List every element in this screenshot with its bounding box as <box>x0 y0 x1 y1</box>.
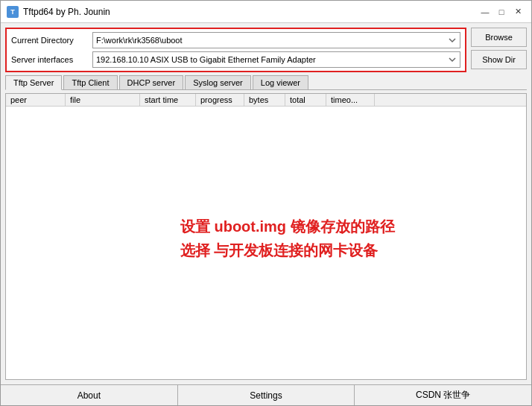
table-area: peer file start time progress bytes tota… <box>5 93 527 380</box>
server-interfaces-select[interactable]: 192.168.10.10 ASIX USB to Gigabit Ethern… <box>92 51 460 68</box>
config-form: Current Directory F:\work\rk\rk3568\uboo… <box>5 28 466 72</box>
col-peer: peer <box>6 94 66 106</box>
col-bytes: bytes <box>244 94 285 106</box>
window-title: Tftpd64 by Ph. Jounin <box>23 7 110 17</box>
main-window: T Tftpd64 by Ph. Jounin — □ ✕ Current Di… <box>0 0 532 406</box>
title-bar: T Tftpd64 by Ph. Jounin — □ ✕ <box>1 1 531 23</box>
server-interfaces-label: Server interfaces <box>11 55 89 64</box>
tab-log-viewer[interactable]: Log viewer <box>253 75 308 89</box>
minimize-button[interactable]: — <box>478 4 493 19</box>
table-body: 设置 uboot.img 镜像存放的路径 选择 与开发板连接的网卡设备 <box>6 107 526 379</box>
show-dir-button[interactable]: Show Dir <box>471 50 527 69</box>
current-directory-row: Current Directory F:\work\rk\rk3568\uboo… <box>11 32 460 48</box>
tabs: Tftp Server Tftp Client DHCP server Sysl… <box>5 75 527 90</box>
tab-dhcp-server[interactable]: DHCP server <box>119 75 184 89</box>
about-button[interactable]: About <box>1 385 178 405</box>
col-progress: progress <box>196 94 244 106</box>
csdn-button[interactable]: CSDN 张世争 <box>355 385 531 405</box>
browse-button[interactable]: Browse <box>471 28 527 47</box>
settings-button[interactable]: Settings <box>178 385 355 405</box>
bottom-bar: About Settings CSDN 张世争 <box>1 384 531 405</box>
top-section: Current Directory F:\work\rk\rk3568\uboo… <box>5 28 527 72</box>
col-start-time: start time <box>140 94 196 106</box>
annotation: 设置 uboot.img 镜像存放的路径 选择 与开发板连接的网卡设备 <box>180 215 395 262</box>
current-directory-select[interactable]: F:\work\rk\rk3568\uboot <box>92 32 460 48</box>
current-directory-label: Current Directory <box>11 36 89 45</box>
col-total: total <box>285 94 326 106</box>
app-icon: T <box>7 6 19 18</box>
tab-tftp-server[interactable]: Tftp Server <box>5 75 62 90</box>
server-interfaces-row: Server interfaces 192.168.10.10 ASIX USB… <box>11 51 460 68</box>
title-controls: — □ ✕ <box>478 4 525 19</box>
col-timeout: timeo... <box>326 94 375 106</box>
right-buttons: Browse Show Dir <box>471 28 527 72</box>
annotation-line2: 选择 与开发板连接的网卡设备 <box>180 238 395 262</box>
close-button[interactable]: ✕ <box>510 4 525 19</box>
maximize-button[interactable]: □ <box>494 4 509 19</box>
tab-tftp-client[interactable]: Tftp Client <box>63 75 117 89</box>
tab-syslog-server[interactable]: Syslog server <box>185 75 251 89</box>
tabs-container: Tftp Server Tftp Client DHCP server Sysl… <box>5 75 527 90</box>
annotation-line1: 设置 uboot.img 镜像存放的路径 <box>180 215 395 238</box>
content-area: Current Directory F:\work\rk\rk3568\uboo… <box>1 23 531 384</box>
table-header: peer file start time progress bytes tota… <box>6 94 526 107</box>
col-file: file <box>66 94 140 106</box>
